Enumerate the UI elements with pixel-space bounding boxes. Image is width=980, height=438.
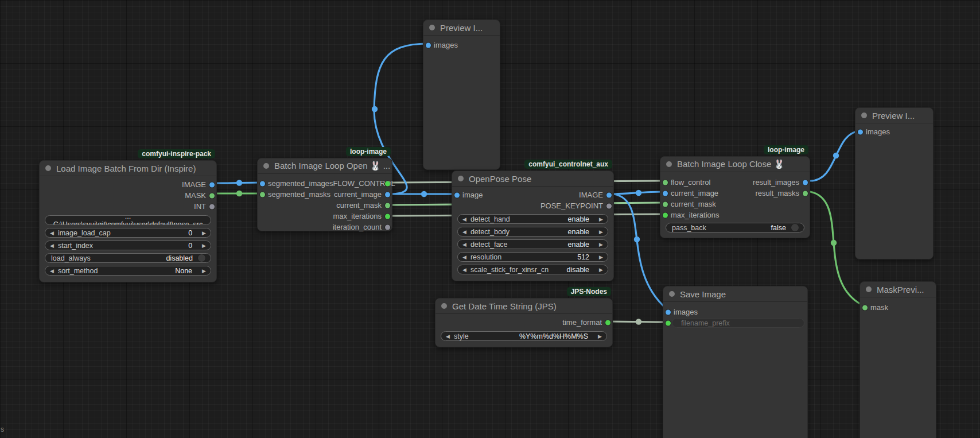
widget-value: enable — [568, 228, 590, 236]
node-load-image-batch[interactable]: comfyui-inspire-pack Load Image Batch Fr… — [39, 160, 217, 282]
node-openpose-pose[interactable]: comfyui_controlnet_aux OpenPose Pose ima… — [452, 170, 614, 281]
output-slot-mask[interactable] — [209, 193, 215, 198]
link-dot[interactable] — [236, 180, 242, 185]
node-preview-image-right[interactable]: Preview I... images — [855, 107, 934, 259]
collapse-dot[interactable] — [861, 113, 867, 118]
widget-value: 0 — [188, 229, 192, 237]
collapse-dot[interactable] — [866, 286, 872, 292]
slot-label: IMAGE — [579, 191, 603, 199]
node-graph-canvas[interactable]: Preview I... images comfyui-inspire-pack… — [0, 0, 980, 438]
output-slot-current-mask[interactable] — [385, 203, 390, 208]
prev-option-arrow-icon[interactable]: ◀ — [462, 216, 466, 222]
node-batch-image-loop-open[interactable]: loop-image Batch Image Loop Open 🐰 ... s… — [257, 158, 392, 231]
output-slot-max-iterations[interactable] — [385, 214, 390, 219]
output-slot-flow-control[interactable] — [385, 181, 390, 186]
collapse-dot[interactable] — [45, 165, 51, 171]
input-slot-images[interactable] — [858, 129, 863, 134]
output-slot-image[interactable] — [606, 192, 612, 197]
node-mask-preview[interactable]: MaskPrevi... mask — [860, 281, 936, 438]
link-dot[interactable] — [636, 319, 641, 324]
input-slot-current-mask[interactable] — [663, 201, 668, 207]
prev-option-arrow-icon[interactable]: ◀ — [50, 268, 54, 274]
prev-option-arrow-icon[interactable]: ◀ — [462, 229, 466, 235]
output-slot-time-format[interactable] — [605, 320, 610, 325]
node-pack-badge: loop-image — [764, 145, 808, 154]
next-option-arrow-icon[interactable]: ▶ — [599, 267, 603, 273]
decrement-arrow-icon[interactable]: ◀ — [462, 254, 466, 260]
output-slot-result-images[interactable] — [803, 180, 808, 185]
prev-option-arrow-icon[interactable]: ◀ — [462, 242, 466, 247]
next-option-arrow-icon[interactable]: ▶ — [599, 216, 603, 222]
prev-option-arrow-icon[interactable]: ◀ — [462, 267, 466, 273]
slot-label: images — [434, 41, 458, 49]
widget-resolution[interactable]: ◀ resolution 512 ▶ — [457, 252, 608, 262]
input-slot-images[interactable] — [426, 42, 431, 48]
input-slot-flow-control[interactable] — [663, 180, 668, 185]
widget-label: image_load_cap — [58, 229, 111, 237]
input-slot-mask[interactable] — [862, 305, 868, 310]
decrement-arrow-icon[interactable]: ◀ — [50, 230, 54, 236]
next-option-arrow-icon[interactable]: ▶ — [599, 242, 603, 247]
widget-pass-back[interactable]: pass_back false — [666, 223, 804, 232]
collapse-dot[interactable] — [669, 291, 675, 297]
slot-label: time_format — [562, 318, 602, 327]
node-get-date-time-string[interactable]: JPS-Nodes Get Date Time String (JPS) tim… — [435, 298, 613, 347]
increment-arrow-icon[interactable]: ▶ — [202, 243, 206, 249]
node-save-image[interactable]: Save Image images filename_prefix — [663, 286, 808, 438]
toggle-icon[interactable] — [197, 254, 206, 262]
increment-arrow-icon[interactable]: ▶ — [599, 254, 603, 260]
input-slot-max-iterations[interactable] — [663, 212, 668, 218]
link-dot[interactable] — [421, 191, 427, 197]
next-option-arrow-icon[interactable]: ▶ — [598, 334, 602, 339]
widget-detect-body[interactable]: ◀ detect_body enable ▶ — [457, 227, 608, 237]
link-dot[interactable] — [833, 153, 839, 158]
slot-label: flow_control — [671, 178, 710, 187]
input-slot-filename-prefix[interactable] — [666, 320, 671, 325]
output-slot-iteration-count[interactable] — [385, 224, 390, 230]
slot-row: mask — [860, 302, 936, 313]
output-slot-result-masks[interactable] — [803, 191, 808, 196]
widget-style[interactable]: ◀ style %Y%m%d%H%M%S ▶ — [441, 331, 607, 341]
collapse-dot[interactable] — [429, 25, 435, 30]
link-dot[interactable] — [372, 106, 378, 112]
link-dot[interactable] — [236, 191, 242, 196]
link-dot[interactable] — [634, 237, 640, 242]
widget-load-always[interactable]: load_always disabled — [45, 253, 211, 263]
prev-option-arrow-icon[interactable]: ◀ — [446, 334, 450, 339]
widget-value: %Y%m%d%H%M%S — [519, 332, 588, 340]
increment-arrow-icon[interactable]: ▶ — [202, 230, 206, 236]
widget-directory-path[interactable]: ... C:\Users\syui\git\comfyui\user\defau… — [45, 215, 211, 225]
widget-value: false — [771, 224, 786, 232]
link-dot[interactable] — [831, 240, 837, 246]
widget-scale-stick-for-xinsr-cn[interactable]: ◀ scale_stick_for_xinsr_cn disable ▶ — [457, 265, 608, 274]
widget-detect-face[interactable]: ◀ detect_face enable ▶ — [457, 239, 608, 249]
output-slot-pose-keypoint[interactable] — [606, 203, 612, 208]
collapse-dot[interactable] — [666, 161, 672, 167]
widget-label: resolution — [470, 253, 501, 261]
collapse-dot[interactable] — [458, 176, 464, 181]
widget-image-load-cap[interactable]: ◀ image_load_cap 0 ▶ — [45, 228, 211, 238]
input-slot-images[interactable] — [666, 309, 671, 315]
next-option-arrow-icon[interactable]: ▶ — [599, 229, 603, 235]
node-preview-image-top[interactable]: Preview I... images — [423, 20, 500, 170]
decrement-arrow-icon[interactable]: ◀ — [50, 243, 54, 249]
next-option-arrow-icon[interactable]: ▶ — [202, 268, 206, 274]
toggle-icon[interactable] — [791, 223, 799, 232]
collapse-dot[interactable] — [263, 163, 269, 169]
node-batch-image-loop-close[interactable]: loop-image Batch Image Loop Close 🐰 flow… — [660, 156, 810, 238]
collapse-dot[interactable] — [441, 303, 447, 309]
widget-start-index[interactable]: ◀ start_index 0 ▶ — [45, 241, 211, 250]
output-slot-image[interactable] — [209, 182, 215, 187]
input-slot-segmented-masks[interactable] — [260, 192, 265, 197]
slot-label: images — [866, 127, 890, 136]
widget-label: detect_hand — [470, 215, 510, 223]
input-slot-image[interactable] — [454, 192, 460, 197]
slot-row: current_mask — [258, 200, 392, 211]
input-slot-segmented-images[interactable] — [260, 181, 265, 186]
link-dot[interactable] — [636, 190, 641, 196]
widget-sort-method[interactable]: ◀ sort_method None ▶ — [45, 266, 211, 276]
output-slot-current-image[interactable] — [385, 192, 390, 197]
input-slot-current-image[interactable] — [663, 191, 668, 196]
widget-detect-hand[interactable]: ◀ detect_hand enable ▶ — [457, 214, 608, 224]
output-slot-int[interactable] — [209, 204, 215, 209]
